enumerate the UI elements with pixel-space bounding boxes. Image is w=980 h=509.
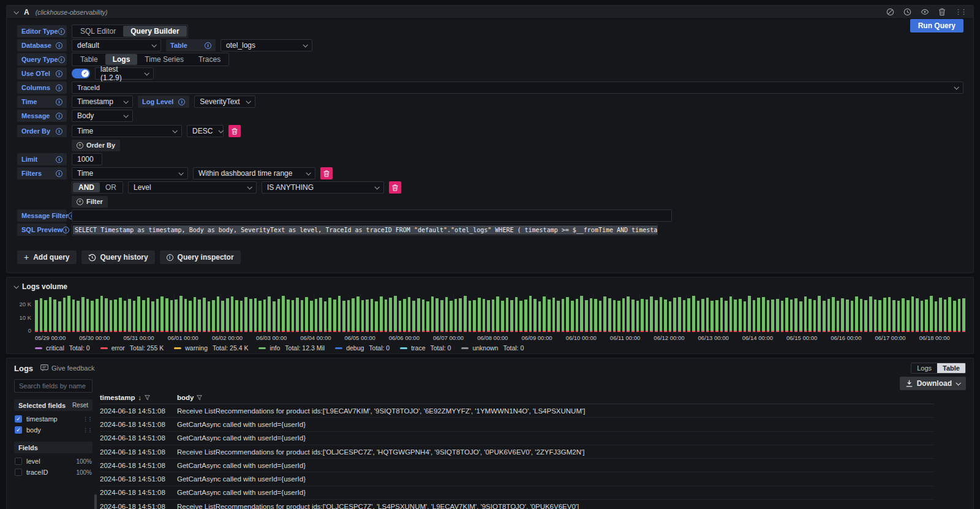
volume-bar[interactable] [930,294,933,332]
query-type-logs-tab[interactable]: Logs [105,54,138,65]
volume-bar[interactable] [231,294,234,332]
volume-bar[interactable] [226,294,229,332]
view-logs-button[interactable]: Logs [911,363,937,373]
volume-bar[interactable] [203,294,206,332]
query-type-traces-tab[interactable]: Traces [191,54,228,65]
volume-bar[interactable] [96,294,99,332]
volume-bar[interactable] [729,294,733,332]
volume-bar[interactable] [683,294,686,332]
database-select[interactable]: default [72,39,161,51]
volume-bar[interactable] [823,294,826,332]
volume-bar[interactable] [356,294,360,332]
volume-bar[interactable] [142,294,145,332]
volume-bar[interactable] [394,294,397,332]
volume-bar[interactable] [781,294,784,332]
legend-item-critical[interactable]: criticalTotal: 0 [35,344,90,352]
message-column-select[interactable]: Body [72,110,133,122]
volume-bar[interactable] [832,294,835,332]
search-fields-input[interactable] [14,379,92,393]
field-checkbox-checked[interactable]: ✓ [15,426,22,434]
volume-bar[interactable] [580,294,583,332]
volume-bar[interactable] [646,294,649,332]
body-column-header[interactable]: body [177,394,202,401]
volume-bar[interactable] [515,294,518,332]
volume-bar[interactable] [110,294,113,332]
volume-bar[interactable] [114,294,117,332]
volume-bar[interactable] [878,294,881,332]
filter-funnel-icon[interactable] [145,395,150,401]
volume-bar[interactable] [366,294,369,332]
legend-item-debug[interactable]: debugTotal: 0 [335,344,390,352]
volume-bar[interactable] [338,294,341,332]
volume-bar[interactable] [958,294,961,332]
columns-multiselect[interactable]: TraceId [72,81,963,94]
remove-query-trash-icon[interactable] [938,8,946,16]
legend-item-trace[interactable]: traceTotal: 0 [400,344,451,352]
volume-bar[interactable] [529,294,532,332]
volume-bar[interactable] [548,294,551,332]
volume-bar[interactable] [874,294,877,332]
drag-handle-icon[interactable]: ⋮⋮ [83,427,92,433]
download-button[interactable]: Download [900,377,966,390]
volume-bar[interactable] [687,294,690,332]
volume-bar[interactable] [860,294,863,332]
volume-bar[interactable] [175,294,178,332]
volume-bar[interactable] [599,294,602,332]
volume-bar[interactable] [538,294,541,332]
volume-bar[interactable] [566,294,569,332]
volume-bar[interactable] [916,294,919,332]
hide-response-eye-icon[interactable] [921,8,929,16]
volume-bar[interactable] [506,294,509,332]
volume-bar[interactable] [608,294,611,332]
volume-bar[interactable] [324,294,327,332]
volume-bar[interactable] [151,294,154,332]
volume-bar[interactable] [469,294,472,332]
remove-filter-button[interactable] [320,167,333,179]
info-icon[interactable]: i [178,99,185,105]
and-operator-button[interactable]: AND [73,183,100,192]
volume-bar[interactable] [160,294,164,332]
volume-bar[interactable] [198,294,201,332]
volume-bar[interactable] [268,294,271,332]
volume-bar[interactable] [701,294,704,332]
volume-bar[interactable] [883,294,886,332]
volume-bar[interactable] [124,294,127,332]
volume-bar[interactable] [641,294,644,332]
volume-bar[interactable] [445,294,448,332]
volume-bar[interactable] [501,294,504,332]
query-builder-tab[interactable]: Query Builder [123,26,186,37]
sql-editor-tab[interactable]: SQL Editor [73,26,123,37]
volume-bar[interactable] [851,294,854,332]
volume-bar[interactable] [837,294,840,332]
table-row[interactable]: 2024-06-18 14:51:08GetCartAsync called w… [100,418,934,431]
volume-bar[interactable] [818,294,821,332]
volume-bar[interactable] [725,294,728,332]
volume-bar[interactable] [660,294,663,332]
info-icon[interactable]: i [58,28,65,35]
volume-bar[interactable] [790,294,793,332]
volume-bar[interactable] [767,294,770,332]
volume-bar[interactable] [720,294,723,332]
order-by-field-select[interactable]: Time [72,125,182,137]
volume-bar[interactable] [911,294,914,332]
sidebar-scrollbar[interactable] [94,494,97,509]
query-history-icon[interactable] [903,8,911,16]
volume-bar[interactable] [319,294,322,332]
volume-bar[interactable] [352,294,355,332]
volume-bar[interactable] [734,294,737,332]
volume-bar[interactable] [240,294,243,332]
volume-bar[interactable] [385,294,388,332]
run-query-button[interactable]: Run Query [910,19,963,32]
info-icon[interactable]: i [56,128,62,135]
add-query-button[interactable]: + Add query [17,251,77,264]
volume-bar[interactable] [557,294,560,332]
volume-bar[interactable] [147,294,150,332]
volume-bar[interactable] [650,294,653,332]
volume-bar[interactable] [435,294,439,332]
volume-bar[interactable] [496,294,499,332]
legend-item-error[interactable]: errorTotal: 255 K [100,344,164,352]
volume-bar[interactable] [617,294,620,332]
volume-bar[interactable] [292,294,295,332]
volume-bar[interactable] [785,294,788,332]
add-filter-button[interactable]: + Filter [72,196,108,208]
